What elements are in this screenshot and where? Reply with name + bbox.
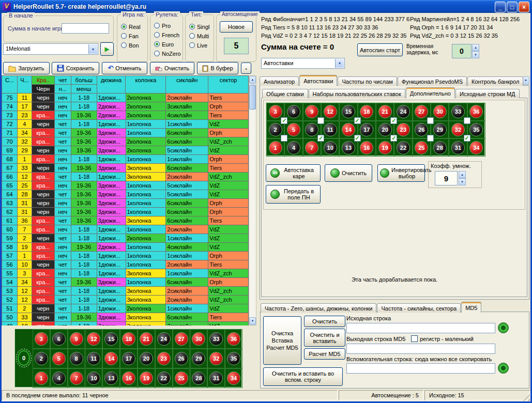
koeff-spinner[interactable]: ▲ ▼ [459, 171, 466, 185]
scroll-down-button[interactable]: ▼ [249, 317, 256, 325]
header-spin[interactable]: С... [2, 76, 18, 94]
number-0[interactable]: 0 [18, 350, 30, 366]
tab-общие-ставки[interactable]: Общие ставки [262, 89, 308, 98]
spin-row[interactable]: 5312кра...чет1-181дюжи...3колонка2сиклай… [2, 287, 249, 296]
number-35[interactable]: 35 [469, 123, 483, 136]
spin-row[interactable]: 5610чернчет1-181дюжи...1колонка2сиклайнT… [2, 260, 249, 269]
number-3[interactable]: 3 [269, 105, 282, 118]
tab-дополнительно[interactable]: Дополнительно [406, 87, 455, 98]
number-22[interactable]: 22 [397, 141, 410, 154]
spin-up-icon[interactable]: ▲ [459, 171, 466, 178]
play-button[interactable]: ▶ [100, 42, 114, 56]
kare-checkbox-1-2[interactable]: ✓ [354, 135, 361, 142]
number-22[interactable]: 22 [157, 371, 171, 385]
number-36[interactable]: 36 [227, 332, 240, 346]
header-color[interactable]: Кра.. Черн [32, 76, 55, 94]
radio-real[interactable]: Real [121, 23, 147, 30]
radio-euro[interactable]: Euro [154, 41, 182, 48]
clear-button[interactable]: Очистить [150, 62, 194, 74]
kare-checkbox-0-5[interactable] [464, 117, 470, 124]
number-8[interactable]: 8 [305, 123, 318, 136]
spin-row[interactable]: 6428чернчет19-363дюжи...1колонка5сиклайн… [2, 190, 249, 199]
radio-bon[interactable]: Bon [121, 42, 147, 49]
number-8[interactable]: 8 [70, 352, 83, 365]
md5-helper-input[interactable] [346, 363, 495, 374]
number-33[interactable]: 33 [451, 105, 465, 118]
kare-checkbox-1-4[interactable] [427, 135, 434, 142]
number-12[interactable]: 12 [87, 332, 100, 346]
number-16[interactable]: 16 [360, 141, 373, 154]
minimize-button[interactable]: _ [495, 2, 506, 12]
number-11[interactable]: 11 [87, 352, 100, 365]
number-3[interactable]: 3 [35, 332, 48, 346]
number-36[interactable]: 36 [469, 105, 483, 118]
title-bar[interactable]: V HelperRoullet 5.7- create helperroulle… [0, 0, 532, 13]
kare-checkbox-0-1[interactable] [317, 117, 324, 124]
clear-selection-button[interactable]: Очистить [325, 164, 372, 182]
spin-row[interactable]: 592чернчет1-181дюжи...2колонка1сиклайнVd… [2, 234, 249, 243]
number-19[interactable]: 19 [140, 371, 153, 385]
number-31[interactable]: 31 [209, 371, 223, 385]
number-14[interactable]: 14 [104, 352, 118, 365]
table-scrollbar[interactable]: ▲ ▼ [249, 75, 256, 326]
spin-row[interactable]: 7417черннеч1-182дюжи...2колонка3сиклайнO… [2, 102, 249, 111]
md5-output-input[interactable] [346, 344, 495, 354]
kare-checkbox-0-4[interactable] [427, 117, 434, 124]
spin-row[interactable]: 512чернчет1-181дюжи...2колонка1сиклайнVd… [2, 304, 249, 313]
spin-row[interactable]: 553кра...неч1-181дюжи...3колонка1сиклайн… [2, 269, 249, 278]
number-20[interactable]: 20 [378, 123, 392, 136]
load-button[interactable]: Загрузить [3, 62, 50, 74]
radio-live[interactable]: Live [189, 42, 213, 49]
spin-row[interactable]: 5033черннеч19-363дюжи...3колонка6сиклайн… [2, 313, 249, 322]
number-1[interactable]: 1 [35, 371, 48, 385]
invert-selection-button[interactable]: Инвертировать выбор [377, 164, 425, 182]
spin-row[interactable]: 5212кра...чет1-181дюжи...3колонка2сиклай… [2, 296, 249, 304]
spin-row[interactable]: 607кра...неч1-181дюжи...1колонка2сиклайн… [2, 225, 249, 234]
spin-row[interactable]: 7511черннеч1-181дюжи...2колонка2сиклайнT… [2, 94, 249, 102]
spin-row[interactable]: 6929черннеч19-363дюжи...2колонка5сиклайн… [2, 146, 249, 155]
md5-source-input[interactable] [346, 323, 495, 333]
md5-clear-paste-button[interactable]: Очистить и вставить [304, 329, 345, 347]
spin-row[interactable]: 7323кра...неч19-362дюжи...2колонка4сикла… [2, 111, 249, 120]
number-2[interactable]: 2 [269, 123, 282, 136]
spin-row[interactable]: 6331черннеч19-363дюжи...1колонка6сиклайн… [2, 199, 249, 208]
kare-checkbox-0-0[interactable]: ✓ [281, 117, 287, 124]
number-7[interactable]: 7 [70, 371, 83, 385]
number-21[interactable]: 21 [378, 105, 392, 118]
header-dozen[interactable]: дюжина [97, 76, 126, 94]
kare-checkbox-0-3[interactable]: ✓ [390, 117, 397, 124]
number-25[interactable]: 25 [415, 141, 428, 154]
number-34[interactable]: 34 [227, 371, 240, 385]
number-5[interactable]: 5 [287, 123, 300, 136]
number-33[interactable]: 33 [209, 332, 223, 346]
tab-наборы-пользовательских-ставок[interactable]: Наборы пользовательских ставок [309, 89, 405, 98]
number-18[interactable]: 18 [122, 332, 135, 346]
scroll-thumb[interactable] [249, 85, 256, 110]
number-2[interactable]: 2 [35, 352, 48, 365]
new-button[interactable]: Новое [220, 21, 253, 33]
md5-clear-paste-helper-button[interactable]: Очистить и вставить во вспом. строку [263, 367, 343, 386]
delay-spinner[interactable]: ▲ ▼ [472, 44, 479, 58]
spin-row[interactable]: 5819кра...неч19-362дюжи...1колонка4сикла… [2, 243, 249, 252]
spin-up-icon[interactable]: ▲ [472, 44, 479, 51]
header-parity[interactable]: чет н... [55, 76, 71, 94]
number-24[interactable]: 24 [397, 105, 410, 118]
number-25[interactable]: 25 [175, 371, 188, 385]
spin-row[interactable]: 6733черннеч19-363дюжи...3колонка6сиклайн… [2, 164, 249, 173]
number-15[interactable]: 15 [342, 105, 355, 118]
number-32[interactable]: 32 [209, 352, 223, 365]
md5-clear-button[interactable]: Очистить [304, 316, 345, 327]
header-number[interactable]: Ч... [18, 76, 32, 94]
number-19[interactable]: 19 [378, 141, 392, 154]
preset-combobox[interactable]: 1Melonati ▼ [3, 43, 98, 55]
number-23[interactable]: 23 [397, 123, 410, 136]
tab-функционал-psevdoms[interactable]: Функционал PsevdoMS [398, 76, 467, 86]
number-28[interactable]: 28 [433, 141, 447, 154]
number-26[interactable]: 26 [415, 123, 428, 136]
number-10[interactable]: 10 [87, 371, 100, 385]
number-1[interactable]: 1 [269, 141, 282, 154]
number-23[interactable]: 23 [157, 352, 171, 365]
kare-checkbox-1-1[interactable]: ✓ [317, 135, 324, 142]
number-31[interactable]: 31 [451, 141, 465, 154]
transfer-to-pn-button[interactable]: Передать в поле ПН [266, 185, 321, 204]
